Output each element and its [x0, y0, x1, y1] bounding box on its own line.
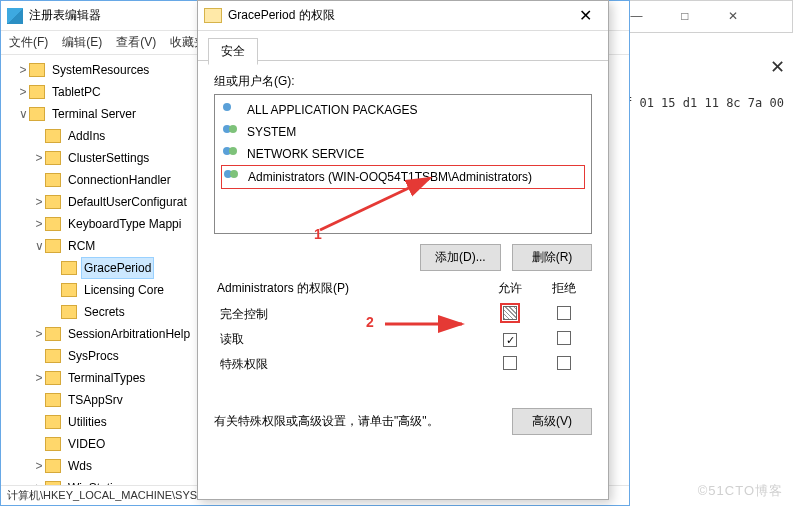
perms-footer-text: 有关特殊权限或高级设置，请单击"高级"。 — [214, 413, 439, 430]
perms-tabs: 安全 — [198, 31, 608, 61]
deny-checkbox[interactable] — [557, 331, 571, 345]
perm-label: 读取 — [216, 328, 483, 351]
menu-edit[interactable]: 编辑(E) — [62, 34, 102, 51]
tree-item[interactable]: >TerminalTypes — [33, 367, 198, 389]
deny-checkbox[interactable] — [557, 306, 571, 320]
background-window-controls: — □ ✕ — [613, 0, 793, 33]
tree-item[interactable]: >SessionArbitrationHelp — [33, 323, 198, 345]
tree-item[interactable]: Utilities — [33, 411, 198, 433]
group-list[interactable]: ALL APPLICATION PACKAGESSYSTEMNETWORK SE… — [214, 94, 592, 234]
remove-button[interactable]: 删除(R) — [512, 244, 592, 271]
permissions-dialog: GracePeriod 的权限 ✕ 安全 组或用户名(G): ALL APPLI… — [197, 0, 609, 500]
hex-data-text: f 01 15 d1 11 8c 7a 00 — [625, 96, 784, 110]
tree-item[interactable]: ∨RCM — [33, 235, 198, 257]
tree-item[interactable]: >TabletPC — [17, 81, 198, 103]
users-icon — [223, 103, 241, 117]
allow-checkbox[interactable] — [503, 356, 517, 370]
advanced-button[interactable]: 高级(V) — [512, 408, 592, 435]
menu-view[interactable]: 查看(V) — [116, 34, 156, 51]
folder-icon — [204, 8, 222, 23]
tree-item[interactable]: VIDEO — [33, 433, 198, 455]
tree-item[interactable]: ConnectionHandler — [33, 169, 198, 191]
group-item[interactable]: SYSTEM — [221, 121, 585, 143]
tree-item[interactable]: >Wds — [33, 455, 198, 477]
pane-close-icon[interactable]: ✕ — [770, 56, 779, 78]
tree-item[interactable]: ∨Terminal Server — [17, 103, 198, 125]
registry-tree[interactable]: >SystemResources>TabletPC∨Terminal Serve… — [1, 57, 199, 485]
menu-file[interactable]: 文件(F) — [9, 34, 48, 51]
users-icon — [224, 170, 242, 184]
allow-checkbox[interactable] — [503, 306, 517, 320]
group-item[interactable]: NETWORK SERVICE — [221, 143, 585, 165]
group-item[interactable]: Administrators (WIN-OOQ54T1TSBM\Administ… — [221, 165, 585, 189]
watermark: ©51CTO博客 — [698, 482, 783, 500]
bg-close-button[interactable]: ✕ — [711, 1, 756, 31]
tree-item[interactable]: >KeyboardType Mappi — [33, 213, 198, 235]
add-button[interactable]: 添加(D)... — [420, 244, 501, 271]
tree-item[interactable]: >SystemResources — [17, 59, 198, 81]
allow-checkbox[interactable] — [503, 333, 517, 347]
tree-item[interactable]: >WinStations — [33, 477, 198, 485]
tree-item[interactable]: Licensing Core — [49, 279, 198, 301]
perms-title: GracePeriod 的权限 — [228, 7, 335, 24]
regedit-icon — [7, 8, 23, 24]
group-label: 组或用户名(G): — [214, 73, 592, 90]
tree-item[interactable]: GracePeriod — [49, 257, 198, 279]
group-item[interactable]: ALL APPLICATION PACKAGES — [221, 99, 585, 121]
tree-item[interactable]: >ClusterSettings — [33, 147, 198, 169]
regedit-title: 注册表编辑器 — [29, 7, 101, 24]
perms-titlebar[interactable]: GracePeriod 的权限 ✕ — [198, 1, 608, 31]
permissions-table: Administrators 的权限(P) 允许 拒绝 完全控制 读取 特殊权限 — [214, 277, 592, 378]
users-icon — [223, 147, 241, 161]
perms-close-button[interactable]: ✕ — [569, 6, 602, 25]
users-icon — [223, 125, 241, 139]
tree-item[interactable]: SysProcs — [33, 345, 198, 367]
tree-item[interactable]: AddIns — [33, 125, 198, 147]
perm-header: Administrators 的权限(P) — [216, 279, 483, 301]
tab-security[interactable]: 安全 — [208, 38, 258, 65]
tree-item[interactable]: >DefaultUserConfigurat — [33, 191, 198, 213]
tree-item[interactable]: Secrets — [49, 301, 198, 323]
bg-maximize-button[interactable]: □ — [662, 1, 707, 31]
deny-checkbox[interactable] — [557, 356, 571, 370]
perm-label: 完全控制 — [216, 303, 483, 326]
tree-item[interactable]: TSAppSrv — [33, 389, 198, 411]
col-deny: 拒绝 — [538, 279, 590, 301]
perm-label: 特殊权限 — [216, 353, 483, 376]
col-allow: 允许 — [485, 279, 537, 301]
